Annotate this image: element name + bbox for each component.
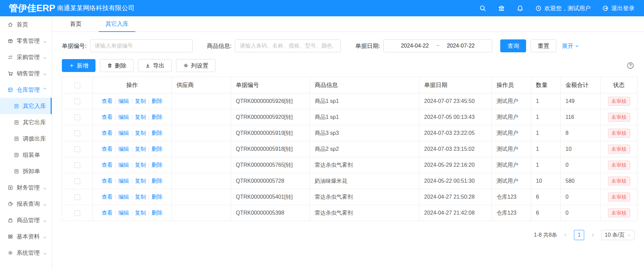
row-action-删除[interactable]: 删除 (149, 178, 165, 184)
row-action-查看[interactable]: 查看 (99, 162, 115, 168)
cell-amount: 8 (561, 125, 601, 141)
sidebar-item-拆卸单[interactable]: 拆卸单 (0, 163, 52, 179)
page-number-1[interactable]: 1 (574, 230, 584, 240)
sidebar-item-label: 销售管理 (17, 70, 40, 77)
row-action-编辑[interactable]: 编辑 (116, 114, 132, 120)
tab-home[interactable]: 首页 (63, 16, 88, 32)
row-checkbox[interactable] (74, 178, 80, 184)
bell-icon[interactable] (517, 5, 524, 12)
sidebar-item-仓库管理[interactable]: 仓库管理 (0, 82, 52, 98)
sidebar-item-其它出库[interactable]: 其它出库 (0, 114, 52, 130)
sidebar-item-组装单[interactable]: 组装单 (0, 147, 52, 163)
welcome-user[interactable]: 欢迎您，测试用户 (535, 4, 591, 12)
sidebar-item-采购管理[interactable]: 采购管理 (0, 49, 52, 65)
product-info-input[interactable] (235, 39, 341, 52)
cell-qty: 1 (531, 125, 561, 141)
purchase-icon (7, 54, 13, 60)
row-action-查看[interactable]: 查看 (99, 178, 115, 184)
search-icon[interactable] (479, 5, 486, 12)
row-action-复制[interactable]: 复制 (132, 162, 149, 168)
sidebar-item-其它入库[interactable]: 其它入库 (0, 98, 52, 114)
row-checkbox[interactable] (74, 146, 80, 152)
row-action-删除[interactable]: 删除 (149, 98, 165, 104)
row-action-编辑[interactable]: 编辑 (116, 98, 132, 104)
sidebar-item-报表查询[interactable]: 报表查询 (0, 196, 52, 212)
bank-icon[interactable] (498, 5, 505, 12)
expand-link[interactable]: 展开 (562, 42, 579, 50)
row-action-查看[interactable]: 查看 (99, 210, 115, 216)
row-action-复制[interactable]: 复制 (132, 194, 149, 200)
sidebar-item-商品管理[interactable]: 商品管理 (0, 212, 52, 228)
chevron-down-icon (43, 39, 47, 43)
row-checkbox[interactable] (74, 194, 80, 200)
sidebar-item-销售管理[interactable]: 销售管理 (0, 65, 52, 82)
report-icon (7, 201, 13, 207)
row-action-删除[interactable]: 删除 (149, 194, 165, 200)
cell-product: 商品1 sp1 (310, 93, 419, 109)
next-page-button[interactable] (588, 231, 597, 239)
delete-button[interactable]: 删除 (100, 59, 134, 72)
row-action-查看[interactable]: 查看 (99, 194, 115, 200)
logout-button[interactable]: 退出登录 (602, 4, 634, 12)
cell-date: 2024-07-03 23:15:02 (419, 141, 492, 157)
row-action-编辑[interactable]: 编辑 (116, 130, 132, 136)
row-action-复制[interactable]: 复制 (132, 210, 149, 216)
row-action-删除[interactable]: 删除 (149, 162, 165, 168)
row-checkbox[interactable] (74, 210, 80, 216)
bill-no-label: 单据编号: (62, 42, 87, 50)
row-action-查看[interactable]: 查看 (99, 146, 115, 152)
search-button[interactable]: 查询 (500, 39, 526, 52)
row-action-编辑[interactable]: 编辑 (116, 146, 132, 152)
sidebar-item-财务管理[interactable]: 财务管理 (0, 179, 52, 196)
row-action-删除[interactable]: 删除 (149, 130, 165, 136)
row-checkbox[interactable] (74, 114, 80, 120)
sidebar-item-系统管理[interactable]: 系统管理 (0, 245, 52, 261)
reset-button[interactable]: 重置 (530, 39, 556, 52)
row-action-复制[interactable]: 复制 (132, 130, 149, 136)
row-action-删除[interactable]: 删除 (149, 146, 165, 152)
bill-no-input[interactable] (90, 39, 193, 52)
row-action-编辑[interactable]: 编辑 (116, 162, 132, 168)
row-action-复制[interactable]: 复制 (132, 98, 149, 104)
page-size-select[interactable]: 10 条/页 (601, 230, 634, 240)
sidebar-item-调拨出库[interactable]: 调拨出库 (0, 130, 52, 147)
row-action-复制[interactable]: 复制 (132, 178, 149, 184)
row-action-删除[interactable]: 删除 (149, 114, 165, 120)
table-header-row: 操作 供应商 单据编号 商品信息 单据日期 操作员 数量 金额合计 状态 (62, 77, 638, 93)
cell-qty: 1 (531, 157, 561, 173)
cell-operator: 测试用户 (492, 93, 531, 109)
column-settings-button[interactable]: 列设置 (176, 59, 215, 72)
row-action-查看[interactable]: 查看 (99, 130, 115, 136)
select-all-checkbox[interactable] (74, 83, 80, 88)
sidebar-item-首页[interactable]: 首页 (0, 16, 52, 33)
row-checkbox[interactable] (74, 162, 80, 168)
row-action-删除[interactable]: 删除 (149, 210, 165, 216)
prev-page-button[interactable] (561, 231, 570, 239)
help-icon[interactable] (626, 61, 634, 70)
row-action-查看[interactable]: 查看 (99, 98, 115, 104)
cell-operator: 测试用户 (492, 141, 531, 157)
sidebar-item-零售管理[interactable]: 零售管理 (0, 33, 52, 49)
row-checkbox[interactable] (74, 98, 80, 104)
warehouse-icon (7, 87, 13, 93)
date-range-input[interactable]: 2024-04-22 ~ 2024-07-22 (383, 39, 492, 52)
sidebar-item-基本资料[interactable]: 基本资料 (0, 228, 52, 245)
col-amount: 金额合计 (561, 77, 601, 93)
sidebar-menu: 首页零售管理采购管理销售管理仓库管理其它入库其它出库调拨出库组装单拆卸单财务管理… (0, 16, 52, 270)
row-action-查看[interactable]: 查看 (99, 114, 115, 120)
row-checkbox[interactable] (74, 130, 80, 136)
cell-qty: 1 (531, 109, 561, 125)
add-button[interactable]: 新增 (62, 59, 95, 72)
export-button[interactable]: 导出 (138, 59, 172, 72)
row-action-编辑[interactable]: 编辑 (116, 178, 132, 184)
cell-bill-no: QTRK00000005919[转] (231, 125, 310, 141)
tab-other-inbound[interactable]: 其它入库 (99, 16, 135, 32)
cell-date: 2024-05-29 22:16:20 (419, 157, 492, 173)
row-action-编辑[interactable]: 编辑 (116, 210, 132, 216)
row-action-复制[interactable]: 复制 (132, 146, 149, 152)
status-badge: 未审核 (608, 177, 630, 186)
row-action-复制[interactable]: 复制 (132, 114, 149, 120)
system-icon (7, 250, 13, 256)
row-action-编辑[interactable]: 编辑 (116, 194, 132, 200)
cell-bill-no: QTRK00000005920[转] (231, 109, 310, 125)
